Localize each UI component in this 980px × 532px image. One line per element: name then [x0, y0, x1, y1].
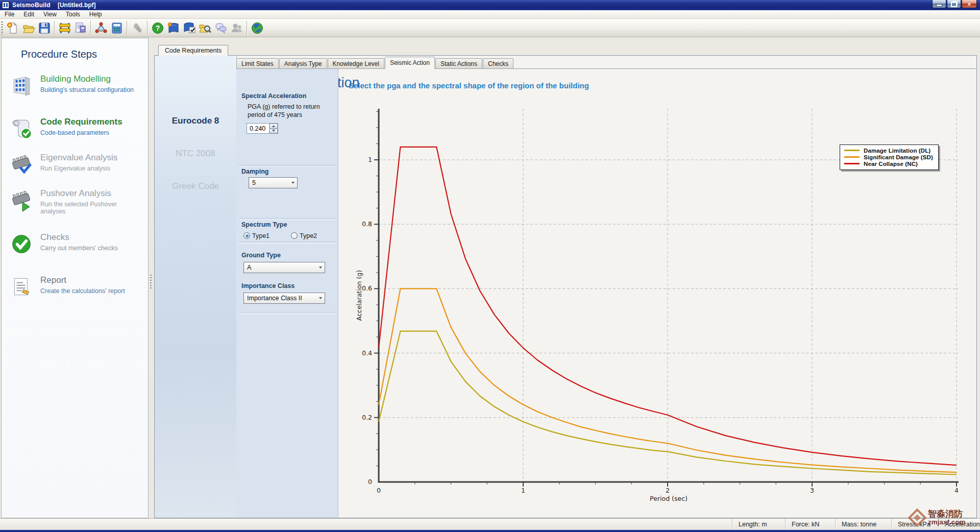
toolbar-separator — [147, 21, 148, 35]
dl-line-swatch — [844, 150, 860, 151]
svg-text:2: 2 — [666, 487, 670, 494]
manual-button[interactable] — [165, 20, 181, 36]
check-circle-icon — [10, 232, 33, 256]
damping-value: 5 — [249, 179, 288, 186]
report-icon — [74, 21, 87, 35]
chevron-down-icon — [316, 267, 325, 269]
sidebar-item-label: Checks — [40, 232, 69, 243]
building-modeller-button[interactable] — [57, 20, 72, 36]
toolbar-grip[interactable] — [1, 21, 3, 35]
code-greek-code[interactable]: Greek Code — [155, 181, 236, 191]
open-project-icon — [22, 21, 35, 35]
tab-knowledge-level[interactable]: Knowledge Level — [328, 58, 384, 68]
restore-icon — [951, 2, 957, 7]
report-button[interactable] — [72, 20, 88, 36]
tab-label: Checks — [488, 60, 508, 67]
search-folder-button[interactable] — [197, 20, 213, 36]
tab-code-requirements[interactable]: Code Requirements — [158, 45, 228, 56]
sidebar-item-desc: Create the calculations' report — [40, 287, 125, 295]
svg-text:1: 1 — [368, 156, 372, 163]
checks-book-button[interactable] — [181, 20, 197, 36]
radio-type2[interactable] — [291, 232, 298, 239]
pga-input[interactable] — [247, 124, 269, 133]
pga-label: PGA (g) referred to return period of 475… — [248, 103, 324, 119]
building-modeller-icon — [58, 21, 71, 35]
tab-label: Seismic Action — [390, 59, 430, 66]
help-icon: ? — [151, 21, 164, 35]
menu-file[interactable]: File — [0, 10, 19, 18]
damping-select[interactable]: 5 — [249, 177, 298, 188]
close-button[interactable]: × — [962, 0, 977, 8]
sidebar-item-desc: Building's structural configuration — [40, 86, 134, 93]
save-project-icon — [38, 21, 51, 35]
open-project-button[interactable] — [20, 20, 36, 36]
group-importance-class: Importance Class — [241, 282, 295, 289]
separator — [238, 218, 335, 220]
restore-button[interactable] — [947, 0, 961, 8]
chevron-down-icon — [316, 297, 325, 299]
menu-tools[interactable]: Tools — [61, 10, 85, 18]
radio-type1[interactable] — [243, 232, 250, 239]
statusbar: Length: m Force: kN Mass: tonne Stress: … — [0, 518, 980, 530]
tab-limit-states[interactable]: Limit States — [236, 58, 279, 68]
save-project-button[interactable] — [36, 20, 52, 36]
menu-edit[interactable]: Edit — [19, 10, 39, 18]
sidebar-item-pushover-analysis[interactable]: Pushover Analysis Run the selected Pusho… — [10, 187, 142, 223]
seismobuild-window: SeismoBuild [Untitled.bpf] × File Edit V… — [0, 0, 980, 532]
checks-book-icon — [183, 21, 196, 35]
separator — [238, 165, 335, 167]
pga-spin-up[interactable] — [270, 124, 278, 129]
code-eurocode8[interactable]: Eurocode 8 — [155, 116, 236, 126]
sidebar-item-report[interactable]: Report Create the calculations' report — [10, 274, 142, 310]
importance-class-value: Importance Class II — [244, 295, 316, 302]
tab-label: Limit States — [241, 60, 274, 67]
group-spectral-acceleration: Spectral Acceleration — [241, 92, 306, 100]
radio-type2-label: Type2 — [300, 232, 317, 239]
pga-spin-down[interactable] — [270, 129, 278, 134]
help-button[interactable]: ? — [150, 20, 165, 36]
group-spectrum-type: Spectrum Type — [241, 221, 287, 228]
ground-type-select[interactable]: A — [243, 262, 325, 273]
tab-label: Analysis Type — [284, 60, 322, 67]
subtab-strip: Limit States Analysis Type Knowledge Lev… — [236, 58, 976, 69]
website-icon — [251, 21, 264, 35]
toolbar-separator — [247, 21, 247, 35]
svg-text:0: 0 — [377, 487, 381, 494]
sidebar-splitter[interactable] — [150, 275, 152, 289]
calculator-button[interactable] — [109, 20, 125, 36]
separator — [238, 241, 335, 244]
window-title-doc: [Untitled.bpf] — [58, 2, 96, 9]
status-force: Force: kN — [785, 519, 835, 530]
tab-static-actions[interactable]: Static Actions — [435, 58, 482, 68]
tab-checks[interactable]: Checks — [483, 58, 513, 68]
minimize-button[interactable] — [932, 0, 946, 8]
toolbar: ? — [0, 19, 980, 37]
sidebar-item-building-modelling[interactable]: Building Modelling Building's structural… — [10, 73, 142, 109]
eigenvalue-icon — [94, 21, 108, 35]
importance-class-select[interactable]: Importance Class II — [243, 293, 325, 304]
tab-analysis-type[interactable]: Analysis Type — [279, 58, 327, 68]
menu-view[interactable]: View — [39, 10, 61, 18]
sidebar-item-desc: Run Eigenvalue analysis — [40, 165, 110, 172]
pga-spinbox — [247, 123, 278, 134]
menubar: File Edit View Tools Help — [0, 10, 980, 19]
website-button[interactable] — [249, 20, 265, 36]
sidebar-item-code-requirements[interactable]: Code Requirements Code-based parameters — [10, 116, 142, 152]
eigenvalue-button[interactable] — [93, 20, 109, 36]
new-file-button[interactable] — [5, 20, 20, 36]
minimize-icon — [936, 4, 942, 7]
svg-text:0.4: 0.4 — [362, 349, 372, 357]
tab-seismic-action[interactable]: Seismic Action — [385, 57, 435, 69]
processor-button — [129, 20, 145, 36]
forum-button[interactable] — [213, 20, 229, 36]
calculator-icon — [110, 21, 124, 35]
forum-icon — [214, 21, 228, 35]
legend-item-nc: Near Collapse (NC) — [844, 160, 933, 167]
sidebar-item-eigenvalue-analysis[interactable]: Eigenvalue Analysis Run Eigenvalue analy… — [10, 152, 142, 187]
sidebar-item-checks[interactable]: Checks Carry out members' checks — [10, 231, 142, 267]
watermark-en: zmjaxf.com — [928, 519, 966, 526]
toolbar-separator — [90, 21, 91, 35]
legend-label: Damage Limitation (DL) — [864, 148, 930, 154]
code-ntc2008[interactable]: NTC 2008 — [155, 149, 236, 159]
menu-help[interactable]: Help — [85, 10, 107, 18]
